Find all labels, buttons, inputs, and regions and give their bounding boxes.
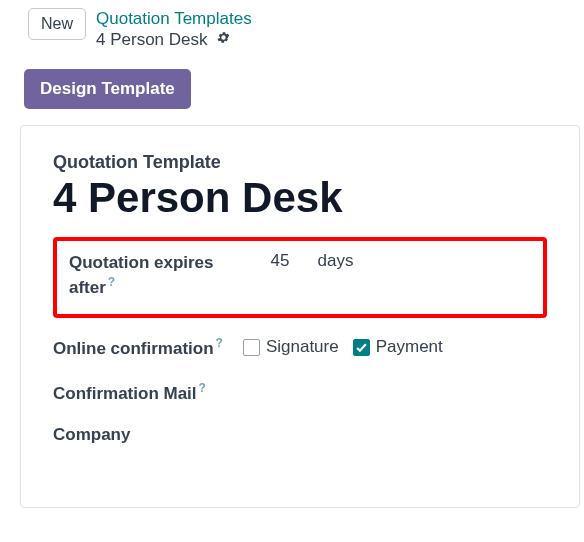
checkbox-icon [243,339,260,356]
help-icon[interactable]: ? [108,275,115,289]
online-confirmation-label: Online confirmation? [53,336,223,359]
breadcrumb: Quotation Templates 4 Person Desk [96,8,252,51]
section-label: Quotation Template [53,152,547,173]
help-icon[interactable]: ? [216,336,223,350]
quotation-expires-label: Quotation expires after? [69,251,214,300]
form-panel: Quotation Template 4 Person Desk Quotati… [20,125,580,509]
breadcrumb-parent[interactable]: Quotation Templates [96,8,252,29]
signature-label: Signature [266,337,339,357]
confirmation-mail-row: Confirmation Mail? [53,381,547,404]
quotation-expires-value[interactable]: 45 [242,251,290,271]
quotation-expires-row: Quotation expires after? 45 days [53,237,547,318]
gear-icon[interactable] [216,30,231,50]
company-label: Company [53,425,130,445]
new-button[interactable]: New [28,8,86,40]
quotation-expires-unit: days [318,251,354,271]
signature-checkbox[interactable]: Signature [243,337,339,357]
payment-label: Payment [376,337,443,357]
checkbox-icon [353,339,370,356]
company-row: Company [53,425,547,445]
confirmation-mail-label: Confirmation Mail? [53,381,206,404]
design-template-button[interactable]: Design Template [24,69,191,109]
help-icon[interactable]: ? [199,381,206,395]
breadcrumb-current: 4 Person Desk [96,29,208,50]
online-confirmation-row: Online confirmation? Signature Payment [53,336,547,359]
payment-checkbox[interactable]: Payment [353,337,443,357]
template-title[interactable]: 4 Person Desk [53,175,547,221]
